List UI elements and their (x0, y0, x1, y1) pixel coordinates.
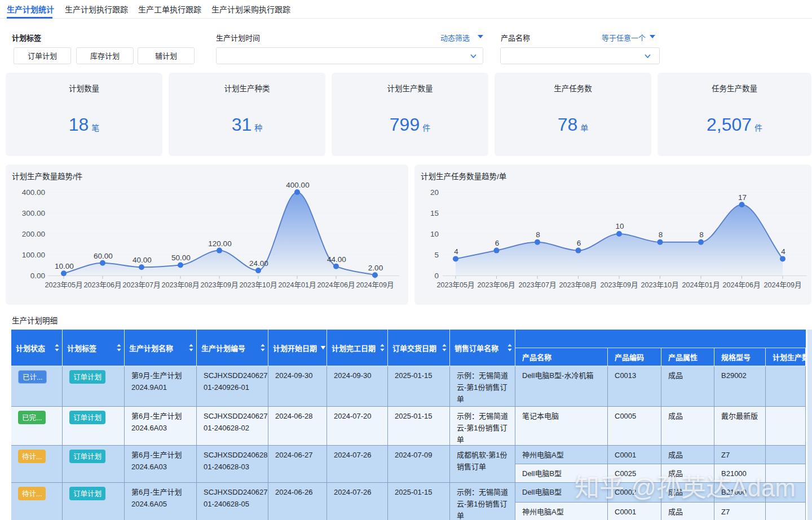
svg-text:2024年01月: 2024年01月 (278, 279, 316, 290)
svg-text:50.00: 50.00 (171, 251, 191, 263)
svg-text:2024年06月: 2024年06月 (722, 279, 760, 290)
svg-text:15: 15 (430, 207, 439, 218)
svg-text:2024年06月: 2024年06月 (317, 279, 355, 290)
svg-text:20: 20 (430, 186, 439, 197)
svg-text:6: 6 (495, 237, 500, 248)
svg-text:8: 8 (659, 228, 663, 239)
svg-text:2023年07月: 2023年07月 (122, 279, 160, 290)
svg-text:2023年08月: 2023年08月 (559, 279, 597, 290)
svg-text:2024年01月: 2024年01月 (682, 279, 720, 290)
svg-text:120.00: 120.00 (208, 237, 231, 248)
svg-text:2023年06月: 2023年06月 (83, 279, 121, 290)
svg-text:2.00: 2.00 (368, 261, 383, 273)
svg-text:100.00: 100.00 (22, 248, 45, 260)
svg-text:40.00: 40.00 (133, 254, 152, 265)
svg-text:2023年06月: 2023年06月 (477, 279, 515, 290)
svg-text:17: 17 (738, 191, 747, 202)
svg-text:400.00: 400.00 (22, 186, 45, 197)
svg-text:10: 10 (430, 228, 439, 239)
svg-text:400.00: 400.00 (286, 179, 309, 190)
svg-text:2024年09月: 2024年09月 (356, 279, 394, 290)
svg-text:4: 4 (781, 245, 785, 256)
svg-text:8: 8 (536, 228, 540, 239)
svg-text:2023年10月: 2023年10月 (239, 279, 277, 290)
svg-text:2023年08月: 2023年08月 (161, 279, 199, 290)
svg-text:6: 6 (577, 237, 581, 248)
svg-text:2023年09月: 2023年09月 (600, 279, 638, 290)
svg-text:4: 4 (454, 245, 458, 256)
svg-text:2024年09月: 2024年09月 (764, 279, 801, 290)
svg-text:10.00: 10.00 (55, 260, 74, 271)
svg-text:60.00: 60.00 (94, 250, 113, 261)
svg-text:0.00: 0.00 (30, 269, 45, 281)
svg-text:8: 8 (699, 228, 704, 239)
svg-text:300.00: 300.00 (22, 207, 45, 218)
svg-text:2023年10月: 2023年10月 (641, 279, 678, 290)
svg-text:2023年09月: 2023年09月 (200, 279, 238, 290)
svg-text:2023年05月: 2023年05月 (436, 279, 474, 290)
svg-text:2023年05月: 2023年05月 (45, 279, 82, 290)
svg-text:5: 5 (434, 248, 439, 260)
svg-text:10: 10 (615, 220, 624, 231)
svg-text:2023年07月: 2023年07月 (518, 279, 556, 290)
svg-text:44.00: 44.00 (327, 253, 346, 264)
svg-text:200.00: 200.00 (22, 228, 45, 239)
svg-text:24.00: 24.00 (249, 257, 268, 268)
